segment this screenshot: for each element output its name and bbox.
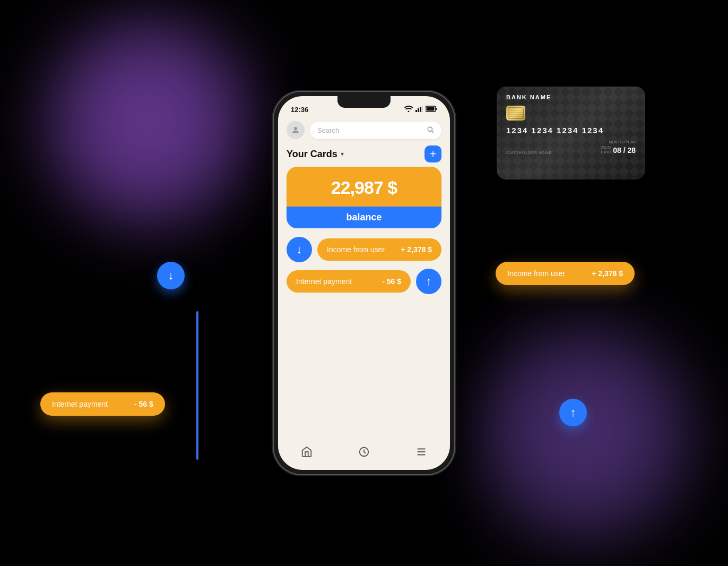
nav-history-icon[interactable] xyxy=(358,446,370,460)
float-internet-card: Internet payment - 56 $ xyxy=(40,392,165,416)
svg-rect-5 xyxy=(427,107,435,111)
income-amount: + 2,378 $ xyxy=(401,245,432,254)
phone-screen: 12:36 S xyxy=(278,96,450,470)
search-icon[interactable] xyxy=(427,126,434,135)
bottom-navigation xyxy=(278,441,450,470)
svg-point-7 xyxy=(294,127,297,130)
cards-row: Your Cards ▾ + xyxy=(278,143,450,167)
svg-rect-0 xyxy=(415,110,417,112)
card-holder-section: CARDHOLDER NAME xyxy=(506,151,552,155)
balance-amount: 22,987 $ xyxy=(331,177,397,198)
card-expiry: 08 / 28 xyxy=(613,146,636,155)
wifi-icon xyxy=(404,106,413,114)
transaction-row-internet: Internet payment - 56 $ ↑ xyxy=(287,269,441,294)
svg-rect-2 xyxy=(420,107,421,112)
scene: 12:36 S xyxy=(125,28,603,538)
float-internet-amount: - 56 $ xyxy=(134,400,153,408)
svg-rect-1 xyxy=(418,108,419,112)
valid-thru-label: VALIDTHRU xyxy=(600,145,611,155)
income-card: Income from user + 2,378 $ xyxy=(317,238,441,261)
battery-icon xyxy=(426,106,437,114)
internet-card: Internet payment - 56 $ xyxy=(287,270,411,293)
status-icons xyxy=(404,106,437,114)
card-holder-label: CARDHOLDER NAME xyxy=(506,151,552,155)
search-row: Search xyxy=(278,118,450,143)
phone-notch xyxy=(337,96,391,108)
card-number: 1234 1234 1234 1234 xyxy=(506,126,636,135)
float-income-card: Income from user + 2,378 $ xyxy=(496,262,635,285)
card-footer: CARDHOLDER NAME MONTH / YEAR VALIDTHRU 0… xyxy=(506,140,636,155)
cards-label: Your Cards xyxy=(287,149,337,160)
search-placeholder: Search xyxy=(317,126,339,134)
float-internet-label: Internet payment xyxy=(52,400,108,408)
phone-frame: 12:36 S xyxy=(274,92,454,474)
nav-home-icon[interactable] xyxy=(301,446,313,460)
payment-direction-icon[interactable]: ↑ xyxy=(416,269,441,294)
float-up-button[interactable]: ↑ xyxy=(559,399,587,426)
float-income-amount: + 2,378 $ xyxy=(592,269,623,278)
balance-label-section: balance xyxy=(287,207,441,228)
card-bank-name: BANK NAME xyxy=(506,94,636,100)
chevron-down-icon[interactable]: ▾ xyxy=(341,150,344,158)
card-valid-group: VALIDTHRU 08 / 28 xyxy=(600,145,636,155)
balance-amount-section: 22,987 $ xyxy=(287,167,441,207)
float-down-button[interactable]: ↓ xyxy=(157,262,185,289)
card-expiry-section: MONTH / YEAR VALIDTHRU 08 / 28 xyxy=(600,140,636,155)
internet-amount: - 56 $ xyxy=(382,277,401,286)
avatar-icon[interactable] xyxy=(287,121,305,139)
month-year-label: MONTH / YEAR xyxy=(600,140,636,144)
add-card-button[interactable]: + xyxy=(424,145,441,162)
signal-icon xyxy=(415,106,423,114)
internet-label: Internet payment xyxy=(296,277,352,286)
svg-line-9 xyxy=(432,131,434,132)
credit-card: BANK NAME 1234 1234 1234 1234 CARDHOLDER… xyxy=(497,87,645,179)
search-input[interactable]: Search xyxy=(310,122,441,139)
cards-label-group: Your Cards ▾ xyxy=(287,149,344,160)
card-chip-icon xyxy=(506,106,525,121)
svg-rect-3 xyxy=(422,106,423,112)
nav-menu-icon[interactable] xyxy=(415,446,427,460)
income-direction-icon[interactable]: ↓ xyxy=(287,237,312,262)
income-label: Income from user xyxy=(327,245,385,254)
status-time: 12:36 xyxy=(291,106,308,114)
chip-lines xyxy=(508,107,524,119)
float-income-label: Income from user xyxy=(507,269,565,278)
svg-rect-6 xyxy=(436,108,437,110)
transaction-row-income: ↓ Income from user + 2,378 $ xyxy=(287,237,441,262)
balance-label: balance xyxy=(346,212,382,222)
balance-card: 22,987 $ balance xyxy=(287,167,441,228)
svg-point-8 xyxy=(428,127,432,131)
transactions-list: ↓ Income from user + 2,378 $ Internet pa… xyxy=(278,228,450,441)
